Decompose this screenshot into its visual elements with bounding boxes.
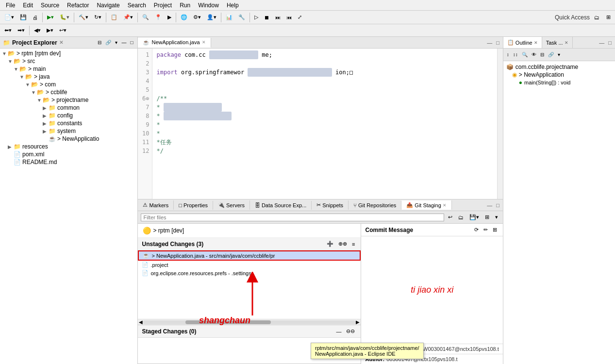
toolbar-back-btn[interactable]: ⏮ [284, 13, 294, 22]
menu-search[interactable]: Search [124, 1, 150, 10]
tree-item-common[interactable]: ▶ 📁 common [0, 104, 137, 112]
staging-toolbar-btn4[interactable]: ⊞ [483, 213, 491, 221]
tree-item-ccblife[interactable]: ▼ 📂 > ccblife [0, 88, 137, 96]
expand-main[interactable]: ▼ [14, 66, 19, 72]
expand-constants[interactable]: ▶ [43, 121, 49, 126]
staged-remove-all-btn[interactable]: ⊖⊖ [344, 327, 357, 335]
toolbar-next-btn[interactable]: ▶ [165, 13, 174, 22]
explorer-max-btn[interactable]: □ [129, 39, 134, 46]
tab-properties[interactable]: □ Properties [174, 201, 213, 210]
unstaged-add-all-btn[interactable]: ⊕⊕ [336, 240, 349, 248]
toolbar-perspectives-btn[interactable]: 🗂 [592, 13, 602, 22]
outline-sort2-btn[interactable]: ↕↕ [512, 51, 519, 58]
bottom-max-btn[interactable]: □ [495, 202, 501, 208]
tree-item-rptm[interactable]: ▼ 📂 > rptm [rptm dev] [0, 50, 137, 57]
tab-task[interactable]: Task ... ✕ [542, 37, 573, 48]
toolbar-mark-btn[interactable]: 📍 [152, 13, 164, 22]
commit-btn3[interactable]: ⊞ [491, 226, 499, 234]
toolbar-view-btn[interactable]: ⊞ [604, 13, 613, 22]
tab-snippets[interactable]: ✂ Snippets [312, 200, 349, 210]
editor-tab-newapp[interactable]: ☕ NewApplication.java ✕ [138, 38, 211, 48]
tree-item-readme[interactable]: 📄 README.md [0, 158, 137, 166]
expand-config[interactable]: ▶ [43, 113, 49, 118]
toolbar2-fwd-btn[interactable]: ➡▾ [15, 26, 27, 35]
unstaged-file-2[interactable]: 📄 .project [138, 261, 361, 269]
commit-btn1[interactable]: ⟳ [472, 226, 481, 234]
explorer-collapse-btn[interactable]: ⊟ [96, 39, 103, 46]
expand-resources[interactable]: ▶ [8, 144, 14, 149]
staged-remove-btn[interactable]: — [334, 327, 343, 335]
toolbar-search-btn[interactable]: 🔍 [140, 13, 151, 22]
editor-min-btn[interactable]: — [485, 40, 494, 46]
toolbar-play-btn[interactable]: ▷ [252, 13, 261, 22]
toolbar2-up-btn[interactable]: ↩▾ [57, 26, 69, 35]
tab-git-repos[interactable]: ⑂ Git Repositories [349, 201, 401, 210]
outline-link-btn[interactable]: 🔗 [547, 51, 555, 58]
expand-common[interactable]: ▶ [43, 105, 49, 111]
menu-help[interactable]: Help [223, 1, 243, 10]
toolbar-new-btn[interactable]: 📄▾ [2, 13, 17, 22]
toolbar-build-btn[interactable]: 🔨▾ [76, 13, 91, 22]
outline-menu-btn[interactable]: ▾ [556, 51, 562, 58]
toolbar2-prev-btn[interactable]: ◀▾ [32, 26, 43, 35]
expand-java[interactable]: ▼ [19, 74, 25, 80]
tree-item-constants[interactable]: ▶ 📁 constants [0, 119, 137, 127]
explorer-min-btn[interactable]: — [120, 39, 128, 46]
menu-window[interactable]: Window [194, 1, 223, 10]
menu-source[interactable]: Source [37, 1, 63, 10]
expand-ccblife[interactable]: ▼ [31, 90, 37, 95]
tab-git-staging[interactable]: 📤 Git Staging ✕ [401, 200, 451, 210]
hscroll-left-btn[interactable]: ◀ [139, 319, 143, 325]
tab-servers[interactable]: 🔌 Servers [213, 200, 250, 210]
tab-datasource[interactable]: 🗄 Data Source Exp... [250, 201, 312, 210]
staging-toolbar-btn5[interactable]: ▾ [493, 213, 500, 221]
toolbar-tool-btn[interactable]: 🔧 [236, 13, 248, 22]
toolbar-copy-btn[interactable]: 📋 [108, 13, 120, 22]
outline-item-class[interactable]: ◉ > NewApplication [505, 71, 613, 79]
toolbar-print-btn[interactable]: 🖨 [30, 13, 40, 22]
bottom-min-btn[interactable]: — [485, 202, 494, 208]
tree-item-resources[interactable]: ▶ 📁 resources [0, 143, 137, 150]
hscroll-right-btn[interactable]: ▶ [356, 319, 360, 325]
outline-item-method[interactable]: ● main(String[]) : void [505, 79, 613, 86]
menu-file[interactable]: File [2, 1, 19, 10]
toolbar-paste-btn[interactable]: 📌▾ [121, 13, 135, 22]
tree-item-config[interactable]: ▶ 📁 config [0, 112, 137, 119]
toolbar-stop-btn[interactable]: ⏹ [262, 13, 272, 22]
tab-markers[interactable]: ⚠ Markers [138, 200, 174, 210]
toolbar-monitor-btn[interactable]: 📊 [223, 13, 235, 22]
toolbar-skip-btn[interactable]: ⏭ [273, 13, 283, 22]
unstaged-file-3[interactable]: 📄 org.eclipse.core.resources.prefs - .se… [138, 269, 361, 277]
outline-tab-close[interactable]: ✕ [534, 40, 538, 45]
staging-toolbar-btn1[interactable]: ↩ [446, 213, 454, 221]
outline-sort-btn[interactable]: ↕ [505, 51, 511, 58]
toolbar-save-btn[interactable]: 💾 [17, 13, 29, 22]
right-max-btn[interactable]: □ [607, 40, 613, 46]
explorer-link-btn[interactable]: 🔗 [104, 39, 113, 46]
filter-files-input[interactable] [141, 214, 444, 221]
menu-run[interactable]: Run [176, 1, 194, 10]
code-area[interactable]: package com.cc life.projectna me; import… [152, 49, 497, 199]
tree-item-newapp[interactable]: ☕ > NewApplicatio [0, 135, 137, 143]
explorer-menu-btn[interactable]: ▾ [114, 39, 119, 46]
toolbar2-next2-btn[interactable]: ▶▾ [44, 26, 56, 35]
tree-item-projectname[interactable]: ▼ 📂 > projectname [0, 96, 137, 104]
toolbar-config-btn[interactable]: ⚙▾ [191, 13, 203, 22]
tree-item-system[interactable]: ▶ 📁 system [0, 127, 137, 135]
menu-navigate[interactable]: Navigate [93, 1, 123, 10]
expand-com[interactable]: ▼ [25, 82, 31, 87]
expand-src[interactable]: ▼ [8, 59, 14, 64]
right-min-btn[interactable]: — [598, 40, 606, 46]
commit-btn2[interactable]: ✏ [482, 226, 490, 234]
toolbar-user-btn[interactable]: 👤▾ [204, 13, 219, 22]
task-tab-close[interactable]: ✕ [565, 40, 568, 45]
tree-item-java[interactable]: ▼ 📂 > java [0, 73, 137, 81]
toolbar-ext-btn[interactable]: ⤢ [295, 13, 304, 22]
tree-item-main[interactable]: ▼ 📂 > main [0, 65, 137, 73]
tab-outline[interactable]: 📋 Outline ✕ [503, 37, 542, 48]
menu-project[interactable]: Project [150, 1, 176, 10]
unstaged-sort-btn[interactable]: ≡ [350, 240, 357, 248]
staging-toolbar-btn2[interactable]: 🗂 [456, 214, 465, 221]
unstaged-file-1[interactable]: ☕ > NewApplication.java - src/main/java/… [138, 250, 361, 261]
toolbar-run-btn[interactable]: ▶▾ [45, 13, 56, 22]
